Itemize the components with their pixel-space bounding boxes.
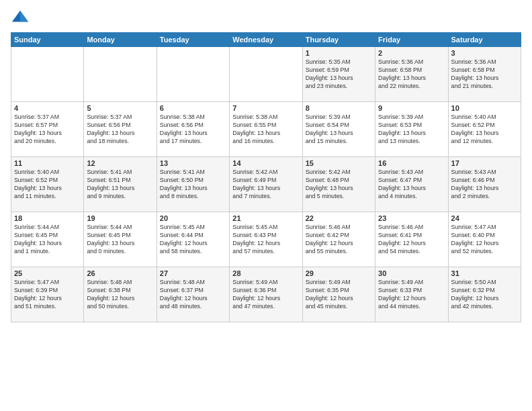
day-number: 7 <box>232 104 299 112</box>
day-number: 23 <box>378 214 445 222</box>
calendar-cell: 14Sunrise: 5:42 AM Sunset: 6:49 PM Dayli… <box>230 157 302 212</box>
day-number: 6 <box>160 104 226 112</box>
day-info: Sunrise: 5:36 AM Sunset: 6:58 PM Dayligh… <box>451 58 518 91</box>
day-number: 21 <box>232 214 299 222</box>
day-info: Sunrise: 5:36 AM Sunset: 6:58 PM Dayligh… <box>378 58 445 91</box>
day-info: Sunrise: 5:38 AM Sunset: 6:56 PM Dayligh… <box>160 113 226 146</box>
calendar-cell: 20Sunrise: 5:45 AM Sunset: 6:44 PM Dayli… <box>157 212 229 267</box>
day-info: Sunrise: 5:37 AM Sunset: 6:56 PM Dayligh… <box>87 113 153 146</box>
weekday-header-row: SundayMondayTuesdayWednesdayThursdayFrid… <box>11 33 521 47</box>
day-number: 1 <box>306 49 372 57</box>
day-number: 15 <box>306 159 372 167</box>
calendar-cell: 6Sunrise: 5:38 AM Sunset: 6:56 PM Daylig… <box>157 102 229 157</box>
day-info: Sunrise: 5:39 AM Sunset: 6:53 PM Dayligh… <box>378 113 445 146</box>
day-info: Sunrise: 5:41 AM Sunset: 6:51 PM Dayligh… <box>87 169 153 201</box>
calendar-cell: 17Sunrise: 5:43 AM Sunset: 6:46 PM Dayli… <box>448 157 521 212</box>
day-number: 28 <box>232 269 299 277</box>
day-info: Sunrise: 5:49 AM Sunset: 6:36 PM Dayligh… <box>232 279 299 311</box>
calendar-cell: 12Sunrise: 5:41 AM Sunset: 6:51 PM Dayli… <box>84 157 157 212</box>
weekday-header-wednesday: Wednesday <box>230 33 302 47</box>
week-row-3: 11Sunrise: 5:40 AM Sunset: 6:52 PM Dayli… <box>11 157 521 212</box>
calendar-cell: 9Sunrise: 5:39 AM Sunset: 6:53 PM Daylig… <box>375 102 448 157</box>
calendar-cell: 23Sunrise: 5:46 AM Sunset: 6:41 PM Dayli… <box>375 212 448 267</box>
day-number: 16 <box>378 159 445 167</box>
day-number: 24 <box>451 214 518 222</box>
calendar-cell: 21Sunrise: 5:45 AM Sunset: 6:43 PM Dayli… <box>230 212 302 267</box>
day-info: Sunrise: 5:50 AM Sunset: 6:32 PM Dayligh… <box>451 279 518 311</box>
day-number: 2 <box>378 49 445 57</box>
day-info: Sunrise: 5:49 AM Sunset: 6:33 PM Dayligh… <box>378 279 445 311</box>
day-info: Sunrise: 5:43 AM Sunset: 6:47 PM Dayligh… <box>378 169 445 201</box>
calendar-cell: 31Sunrise: 5:50 AM Sunset: 6:32 PM Dayli… <box>448 267 521 322</box>
calendar-cell: 15Sunrise: 5:42 AM Sunset: 6:48 PM Dayli… <box>302 157 375 212</box>
calendar-cell: 18Sunrise: 5:44 AM Sunset: 6:45 PM Dayli… <box>11 212 84 267</box>
weekday-header-tuesday: Tuesday <box>157 33 229 47</box>
calendar-cell <box>230 47 302 102</box>
day-info: Sunrise: 5:44 AM Sunset: 6:45 PM Dayligh… <box>87 224 153 256</box>
day-number: 27 <box>160 269 226 277</box>
calendar-cell <box>11 47 84 102</box>
day-info: Sunrise: 5:45 AM Sunset: 6:43 PM Dayligh… <box>232 224 299 256</box>
day-info: Sunrise: 5:42 AM Sunset: 6:49 PM Dayligh… <box>232 169 299 201</box>
week-row-5: 25Sunrise: 5:47 AM Sunset: 6:39 PM Dayli… <box>11 267 521 322</box>
calendar-cell: 30Sunrise: 5:49 AM Sunset: 6:33 PM Dayli… <box>375 267 448 322</box>
day-info: Sunrise: 5:48 AM Sunset: 6:38 PM Dayligh… <box>87 279 153 311</box>
calendar-cell: 8Sunrise: 5:39 AM Sunset: 6:54 PM Daylig… <box>302 102 375 157</box>
weekday-header-monday: Monday <box>84 33 157 47</box>
day-number: 9 <box>378 104 445 112</box>
day-number: 10 <box>451 104 518 112</box>
day-info: Sunrise: 5:38 AM Sunset: 6:55 PM Dayligh… <box>232 113 299 146</box>
calendar-cell: 1Sunrise: 5:35 AM Sunset: 6:59 PM Daylig… <box>302 47 375 102</box>
svg-marker-1 <box>20 11 28 22</box>
calendar-cell: 3Sunrise: 5:36 AM Sunset: 6:58 PM Daylig… <box>448 47 521 102</box>
calendar-cell: 11Sunrise: 5:40 AM Sunset: 6:52 PM Dayli… <box>11 157 84 212</box>
calendar-cell <box>157 47 229 102</box>
logo <box>11 8 32 27</box>
day-number: 13 <box>160 159 226 167</box>
day-info: Sunrise: 5:47 AM Sunset: 6:39 PM Dayligh… <box>14 279 81 311</box>
week-row-4: 18Sunrise: 5:44 AM Sunset: 6:45 PM Dayli… <box>11 212 521 267</box>
calendar-cell: 25Sunrise: 5:47 AM Sunset: 6:39 PM Dayli… <box>11 267 84 322</box>
day-number: 30 <box>378 269 445 277</box>
calendar-cell: 13Sunrise: 5:41 AM Sunset: 6:50 PM Dayli… <box>157 157 229 212</box>
day-info: Sunrise: 5:49 AM Sunset: 6:35 PM Dayligh… <box>306 279 372 311</box>
day-number: 4 <box>14 104 81 112</box>
day-info: Sunrise: 5:41 AM Sunset: 6:50 PM Dayligh… <box>160 169 226 201</box>
calendar-cell: 27Sunrise: 5:48 AM Sunset: 6:37 PM Dayli… <box>157 267 229 322</box>
week-row-1: 1Sunrise: 5:35 AM Sunset: 6:59 PM Daylig… <box>11 47 521 102</box>
calendar-table: SundayMondayTuesdayWednesdayThursdayFrid… <box>11 32 521 322</box>
day-number: 18 <box>14 214 81 222</box>
day-info: Sunrise: 5:45 AM Sunset: 6:44 PM Dayligh… <box>160 224 226 256</box>
day-info: Sunrise: 5:46 AM Sunset: 6:42 PM Dayligh… <box>306 224 372 256</box>
logo-icon <box>11 8 30 27</box>
day-info: Sunrise: 5:37 AM Sunset: 6:57 PM Dayligh… <box>14 113 81 146</box>
day-number: 31 <box>451 269 518 277</box>
day-info: Sunrise: 5:39 AM Sunset: 6:54 PM Dayligh… <box>306 113 372 146</box>
day-info: Sunrise: 5:43 AM Sunset: 6:46 PM Dayligh… <box>451 169 518 201</box>
day-info: Sunrise: 5:44 AM Sunset: 6:45 PM Dayligh… <box>14 224 81 256</box>
weekday-header-friday: Friday <box>375 33 448 47</box>
day-info: Sunrise: 5:40 AM Sunset: 6:52 PM Dayligh… <box>14 169 81 201</box>
calendar-cell: 29Sunrise: 5:49 AM Sunset: 6:35 PM Dayli… <box>302 267 375 322</box>
day-number: 12 <box>87 159 153 167</box>
day-number: 22 <box>306 214 372 222</box>
day-info: Sunrise: 5:42 AM Sunset: 6:48 PM Dayligh… <box>306 169 372 201</box>
calendar-cell: 26Sunrise: 5:48 AM Sunset: 6:38 PM Dayli… <box>84 267 157 322</box>
weekday-header-saturday: Saturday <box>448 33 521 47</box>
day-number: 3 <box>451 49 518 57</box>
day-info: Sunrise: 5:46 AM Sunset: 6:41 PM Dayligh… <box>378 224 445 256</box>
day-number: 5 <box>87 104 153 112</box>
day-number: 19 <box>87 214 153 222</box>
day-number: 20 <box>160 214 226 222</box>
day-number: 11 <box>14 159 81 167</box>
page: SundayMondayTuesdayWednesdayThursdayFrid… <box>0 0 532 411</box>
calendar-cell: 22Sunrise: 5:46 AM Sunset: 6:42 PM Dayli… <box>302 212 375 267</box>
day-number: 8 <box>306 104 372 112</box>
calendar-cell: 7Sunrise: 5:38 AM Sunset: 6:55 PM Daylig… <box>230 102 302 157</box>
day-number: 14 <box>232 159 299 167</box>
day-number: 25 <box>14 269 81 277</box>
calendar-cell <box>84 47 157 102</box>
calendar-cell: 19Sunrise: 5:44 AM Sunset: 6:45 PM Dayli… <box>84 212 157 267</box>
week-row-2: 4Sunrise: 5:37 AM Sunset: 6:57 PM Daylig… <box>11 102 521 157</box>
weekday-header-thursday: Thursday <box>302 33 375 47</box>
